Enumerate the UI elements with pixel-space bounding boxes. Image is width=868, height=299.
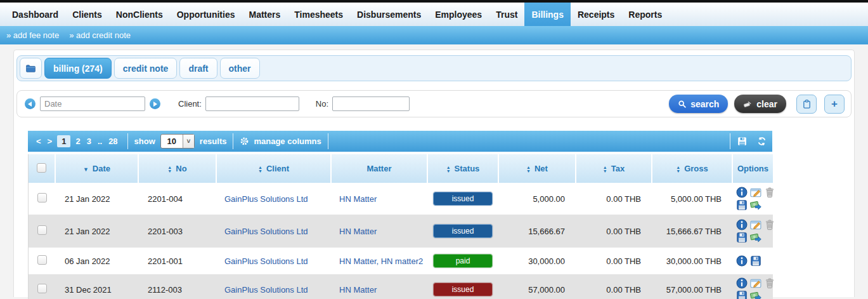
refresh-icon[interactable] (756, 136, 767, 147)
client-label: Client: (178, 99, 202, 109)
results-label: results (200, 136, 227, 146)
client-input[interactable] (205, 96, 299, 111)
col-header-tax[interactable]: ▲▼Tax (576, 154, 652, 183)
nav-item-employees[interactable]: Employees (428, 3, 489, 26)
row-checkbox[interactable] (37, 255, 47, 265)
client-link[interactable]: GainPlus Solutions Ltd (224, 227, 308, 236)
subnav-add-fee-note[interactable]: » add fee note (6, 30, 59, 40)
page-2[interactable]: 2 (72, 136, 83, 146)
matter-link[interactable]: HN Matter (339, 227, 377, 236)
info-icon[interactable] (736, 219, 748, 230)
page-size-value: 10 (161, 136, 183, 146)
nav-item-receipts[interactable]: Receipts (571, 3, 621, 26)
toolbar-separator (127, 133, 128, 149)
date-next-button[interactable] (150, 98, 160, 109)
col-header-client[interactable]: ▲▼Client (216, 154, 331, 183)
no-input[interactable] (332, 96, 410, 111)
row-checkbox[interactable] (37, 225, 47, 235)
nav-item-reports[interactable]: Reports (621, 3, 669, 26)
status-badge: paid (433, 254, 493, 268)
date-prev-button[interactable] (25, 98, 36, 109)
client-link[interactable]: GainPlus Solutions Ltd (224, 194, 308, 204)
send-icon[interactable] (750, 290, 761, 299)
search-button[interactable]: search (669, 95, 728, 113)
delete-icon[interactable] (764, 277, 775, 289)
col-header-status[interactable]: ▲▼Status (427, 154, 498, 183)
save-icon[interactable] (736, 199, 748, 211)
copy-to-clipboard-button[interactable] (796, 95, 817, 114)
page-28[interactable]: 28 (105, 136, 120, 146)
col-label: Status (455, 164, 480, 173)
edit-icon[interactable] (750, 219, 761, 230)
gross-cell: 57,000.00 THB (652, 274, 732, 299)
tab-strip: billing (274)credit notedraftother (16, 55, 852, 81)
col-header-gross[interactable]: ▲▼Gross (652, 154, 732, 183)
client-cell: GainPlus Solutions Ltd (216, 248, 331, 274)
nav-item-nonclients[interactable]: NonClients (109, 3, 170, 26)
col-header-net[interactable]: ▲▼Net (498, 154, 576, 183)
nav-item-timesheets[interactable]: Timesheets (287, 3, 350, 26)
nav-item-trust[interactable]: Trust (489, 3, 524, 26)
row-checkbox[interactable] (37, 193, 47, 203)
matter-link[interactable]: HN Matter, HN matter2 (339, 256, 423, 266)
nav-item-clients[interactable]: Clients (65, 3, 109, 26)
page-prev[interactable]: < (33, 136, 44, 146)
clear-button[interactable]: clear (734, 95, 786, 113)
edit-icon[interactable] (750, 187, 761, 198)
sort-icon: ▲▼ (526, 166, 531, 173)
send-icon[interactable] (750, 199, 761, 211)
select-all-checkbox[interactable] (37, 163, 46, 173)
options-cell (732, 183, 773, 215)
tax-cell: 0.00 THB (576, 215, 652, 248)
no-cell: 2201-003 (138, 215, 216, 248)
page-[interactable]: .. (94, 136, 105, 146)
eraser-icon (743, 99, 753, 109)
tab-draft[interactable]: draft (179, 58, 217, 79)
nav-item-matters[interactable]: Matters (242, 3, 287, 26)
date-input[interactable] (40, 96, 145, 111)
tab-other[interactable]: other (220, 58, 260, 79)
save-icon[interactable] (736, 232, 748, 243)
info-icon[interactable] (736, 255, 748, 267)
page-size-select[interactable]: 10 ˅ (160, 134, 195, 149)
options-cell (732, 215, 773, 248)
sort-desc-icon: ▼ (83, 166, 89, 173)
manage-columns-button[interactable]: manage columns (254, 136, 321, 146)
status-cell: issued (427, 274, 498, 299)
nav-item-opportunities[interactable]: Opportunities (170, 3, 242, 26)
tab-billing-274[interactable]: billing (274) (44, 58, 112, 79)
page-3[interactable]: 3 (84, 136, 94, 146)
nav-item-billings[interactable]: Billings (524, 3, 571, 26)
delete-icon[interactable] (764, 219, 775, 230)
show-label: show (134, 136, 155, 146)
tab-folder[interactable] (20, 58, 42, 79)
col-header-no[interactable]: ▲▼No (138, 154, 216, 183)
status-cell: issued (427, 215, 498, 248)
client-link[interactable]: GainPlus Solutions Ltd (224, 256, 308, 266)
billing-grid: < > 123..28 show 10 ˅ results manage col… (28, 131, 772, 299)
info-icon[interactable] (736, 187, 748, 198)
add-button[interactable]: + (824, 95, 845, 114)
client-cell: GainPlus Solutions Ltd (216, 274, 331, 299)
page-1[interactable]: 1 (57, 135, 70, 147)
nav-item-dashboard[interactable]: Dashboard (5, 3, 65, 26)
matter-link[interactable]: HN Matter (339, 285, 377, 295)
tab-credit-note[interactable]: credit note (114, 58, 178, 79)
save-grid-icon[interactable] (737, 136, 748, 147)
client-link[interactable]: GainPlus Solutions Ltd (224, 285, 308, 295)
save-icon[interactable] (750, 255, 761, 267)
col-header-date[interactable]: ▼Date (55, 154, 138, 183)
matter-cell: HN Matter (331, 215, 427, 248)
chevron-down-icon: ˅ (183, 135, 194, 148)
send-icon[interactable] (750, 232, 761, 243)
subnav-add-credit-note[interactable]: » add credit note (69, 30, 131, 40)
page-next[interactable]: > (44, 136, 56, 146)
matter-link[interactable]: HN Matter (339, 194, 377, 204)
edit-icon[interactable] (750, 277, 761, 289)
info-icon[interactable] (736, 277, 748, 289)
save-icon[interactable] (736, 290, 748, 299)
delete-icon[interactable] (764, 187, 775, 198)
folder-icon (25, 63, 36, 74)
nav-item-disbursements[interactable]: Disbursements (350, 3, 428, 26)
row-checkbox[interactable] (37, 284, 47, 293)
